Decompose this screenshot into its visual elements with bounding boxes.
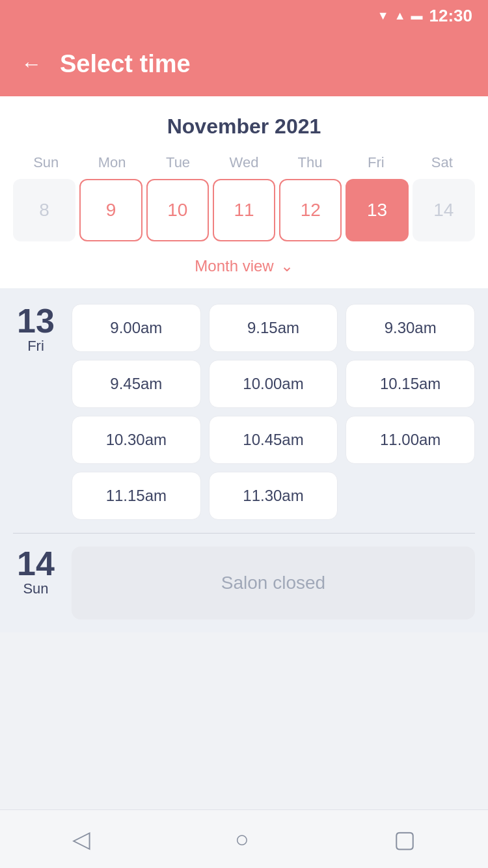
weekday-tue: Tue [145, 154, 211, 171]
date-8[interactable]: 8 [13, 179, 75, 241]
weekday-mon: Mon [79, 154, 144, 171]
time-section: 13 Fri 9.00am 9.15am 9.30am 9.45am 10.00… [0, 288, 488, 632]
battery-icon: ▬ [411, 9, 423, 23]
salon-closed-label: Salon closed [72, 547, 475, 619]
calendar-section: November 2021 Sun Mon Tue Wed Thu Fri Sa… [0, 96, 488, 288]
weekday-wed: Wed [211, 154, 277, 171]
slot-1130am[interactable]: 11.30am [209, 472, 338, 520]
nav-recent-icon: ▢ [394, 828, 416, 851]
slot-1115am[interactable]: 11.15am [72, 472, 201, 520]
chevron-down-icon: ⌄ [280, 257, 293, 275]
app-header: ← Select time [0, 31, 488, 96]
time-grid-13: 9.00am 9.15am 9.30am 9.45am 10.00am 10.1… [72, 304, 475, 520]
status-icons: ▼ ▲ ▬ [377, 9, 423, 23]
weekday-sun: Sun [13, 154, 79, 171]
slot-900am[interactable]: 9.00am [72, 304, 201, 352]
weekday-row: Sun Mon Tue Wed Thu Fri Sat [13, 154, 475, 171]
back-button[interactable]: ← [21, 53, 42, 74]
day-label-14: 14 Sun [13, 547, 59, 597]
month-year-label: November 2021 [13, 115, 475, 139]
day-number-14: 14 [13, 547, 59, 580]
slot-1100am[interactable]: 11.00am [346, 416, 475, 464]
weekday-fri: Fri [343, 154, 409, 171]
nav-home-icon: ○ [235, 828, 249, 851]
date-13[interactable]: 13 [346, 179, 408, 241]
month-view-label: Month view [195, 257, 273, 275]
day-block-13: 13 Fri 9.00am 9.15am 9.30am 9.45am 10.00… [13, 304, 475, 520]
slot-945am[interactable]: 9.45am [72, 360, 201, 408]
slot-1045am[interactable]: 10.45am [209, 416, 338, 464]
nav-back-icon: ◁ [72, 828, 90, 851]
date-14[interactable]: 14 [413, 179, 475, 241]
weekday-sat: Sat [409, 154, 475, 171]
signal-icon: ▲ [394, 9, 406, 23]
month-view-toggle[interactable]: Month view ⌄ [13, 252, 475, 278]
date-12[interactable]: 12 [279, 179, 342, 241]
slot-1015am[interactable]: 10.15am [346, 360, 475, 408]
slot-915am[interactable]: 9.15am [209, 304, 338, 352]
nav-recent-button[interactable]: ▢ [394, 828, 416, 851]
day-name-14: Sun [13, 580, 59, 597]
day-name-13: Fri [13, 338, 59, 355]
dates-row: 8 9 10 11 12 13 14 [13, 179, 475, 241]
slot-1000am[interactable]: 10.00am [209, 360, 338, 408]
day-label-13: 13 Fri [13, 304, 59, 355]
status-time: 12:30 [429, 6, 473, 26]
wifi-icon: ▼ [377, 9, 389, 23]
date-11[interactable]: 11 [213, 179, 275, 241]
date-9[interactable]: 9 [79, 179, 142, 241]
nav-back-button[interactable]: ◁ [72, 828, 90, 851]
bottom-nav: ◁ ○ ▢ [0, 809, 488, 868]
weekday-thu: Thu [277, 154, 343, 171]
nav-home-button[interactable]: ○ [235, 828, 249, 851]
section-divider [13, 533, 475, 534]
day-number-13: 13 [13, 304, 59, 338]
date-10[interactable]: 10 [146, 179, 209, 241]
page-title: Select time [60, 50, 191, 78]
day-block-14: 14 Sun Salon closed [13, 547, 475, 619]
slot-1030am[interactable]: 10.30am [72, 416, 201, 464]
slot-930am[interactable]: 9.30am [346, 304, 475, 352]
status-bar: ▼ ▲ ▬ 12:30 [0, 0, 488, 31]
